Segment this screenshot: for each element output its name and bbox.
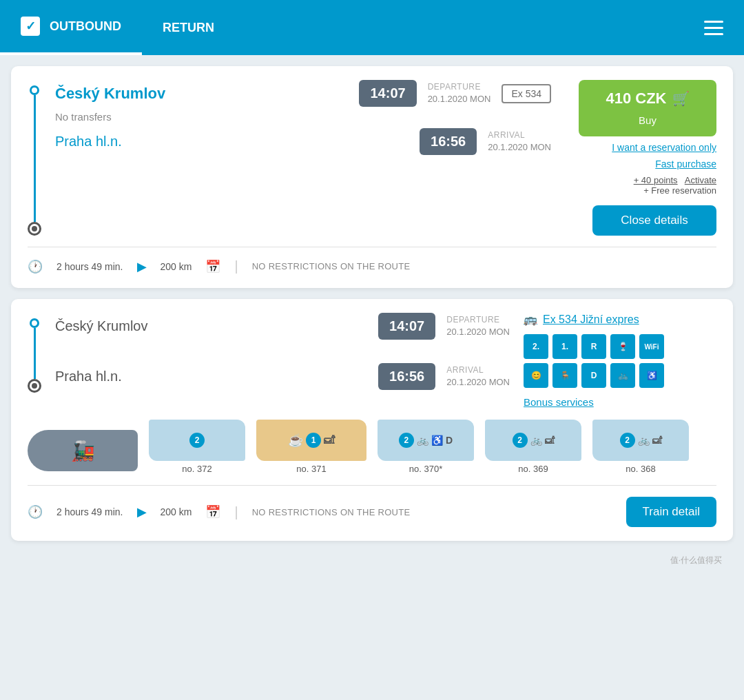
wagon-locomotive: 🚂 xyxy=(28,430,138,474)
amenity-comfort: 😊 xyxy=(524,363,548,388)
points-row: + 40 points Activate xyxy=(634,175,716,185)
train-detail-button[interactable]: Train detail xyxy=(626,497,716,527)
detail-arrival-badge: 16:56 xyxy=(378,363,435,390)
detail-departure-row: Český Krumlov 14:07 DEPARTURE 20.1.2020 … xyxy=(55,313,510,340)
hamburger-line-3 xyxy=(704,33,723,35)
wagon-368-seat: 🛋 xyxy=(652,435,662,446)
hamburger-line-2 xyxy=(704,27,723,29)
outbound-card: Český Krumlov 14:07 DEPARTURE 20.1.2020 … xyxy=(11,66,733,288)
wagon-372-class: 2 xyxy=(189,433,205,448)
route-dot-origin xyxy=(30,85,39,95)
wagon-loco-visual: 🚂 xyxy=(28,430,138,471)
no-transfers-label: No transfers xyxy=(55,111,551,123)
detail-origin-city: Český Krumlov xyxy=(55,318,147,334)
detail-duration: 2 hours 49 min. xyxy=(56,506,123,517)
detail-arr-date: 20.1.2020 MON xyxy=(446,377,510,387)
fast-purchase-link[interactable]: Fast purchase xyxy=(655,158,716,169)
footer-row: 🕐 2 hours 49 min. ▶ 200 km 📅 | NO RESTRI… xyxy=(28,258,716,274)
detail-arr-label: ARRIVAL xyxy=(446,364,510,376)
wagon-371-seat: 🛋 xyxy=(324,434,335,446)
buy-label: Buy xyxy=(639,114,657,127)
free-reservation-text: + Free reservation xyxy=(643,185,716,196)
close-details-button[interactable]: Close details xyxy=(592,205,716,236)
route-line xyxy=(34,95,36,222)
detail-dot-dest xyxy=(28,379,41,393)
nav-spacer xyxy=(235,0,683,55)
points-text[interactable]: + 40 points xyxy=(634,175,678,185)
wagon-369-visual: 2 🚲 🛋 xyxy=(485,420,581,461)
detail-divider xyxy=(28,485,716,486)
wagon-369-class: 2 xyxy=(513,433,528,448)
wagon-371[interactable]: ☕ 1 🛋 no. 371 xyxy=(256,420,366,474)
wagon-368-bike: 🚲 xyxy=(638,435,650,446)
wagon-371-visual: ☕ 1 🛋 xyxy=(256,420,366,461)
wagon-369-seat: 🛋 xyxy=(545,435,555,446)
wagon-370-num: no. 370* xyxy=(409,464,442,474)
departure-label: DEPARTURE xyxy=(428,81,491,93)
amenity-wheelchair: ♿ xyxy=(639,363,664,388)
buy-button[interactable]: 410 CZK 🛒 Buy xyxy=(579,80,716,136)
bonus-services-link[interactable]: Bonus services xyxy=(524,396,594,408)
cart-icon: 🛒 xyxy=(672,90,690,107)
arrow-icon: ▶ xyxy=(137,259,147,274)
arrival-time-badge: 16:56 xyxy=(420,128,477,155)
detail-arrow-icon: ▶ xyxy=(137,504,147,519)
route-dot-dest xyxy=(28,222,41,236)
return-label: RETURN xyxy=(163,21,214,35)
restrictions-text: NO RESTRICTIONS ON THE ROUTE xyxy=(252,261,411,271)
wagon-370-wheel: ♿ xyxy=(431,435,443,446)
price-text: 410 CZK xyxy=(606,90,666,107)
watermark: 值·什么值得买 xyxy=(11,552,733,569)
hamburger-menu[interactable] xyxy=(683,0,744,55)
wagon-368-class: 2 xyxy=(620,433,635,448)
wagon-368[interactable]: 2 🚲 🛋 no. 368 xyxy=(592,420,689,474)
detail-departure-badge: 14:07 xyxy=(378,313,435,340)
wagon-369-bike: 🚲 xyxy=(530,435,542,446)
detail-dot-origin xyxy=(30,318,39,328)
right-panel: 410 CZK 🛒 Buy I want a reservation only … xyxy=(565,80,716,236)
activate-link[interactable]: Activate xyxy=(685,175,716,185)
amenity-1st-class: 1. xyxy=(552,334,577,359)
detail-footer-row: 🕐 2 hours 49 min. ▶ 200 km 📅 | NO RESTRI… xyxy=(28,497,716,527)
detail-arrival-row: Praha hl.n. 16:56 ARRIVAL 20.1.2020 MON xyxy=(55,363,510,390)
outbound-checkbox xyxy=(21,17,40,36)
wagon-368-num: no. 368 xyxy=(626,464,655,474)
main-content: Český Krumlov 14:07 DEPARTURE 20.1.2020 … xyxy=(0,55,744,580)
wagon-371-coffee: ☕ xyxy=(288,433,303,448)
detail-departure-info: DEPARTURE 20.1.2020 MON xyxy=(446,314,510,338)
departure-row: Český Krumlov 14:07 DEPARTURE 20.1.2020 … xyxy=(55,80,551,107)
section-divider xyxy=(28,247,716,247)
wagon-370[interactable]: 2 🚲 ♿ D no. 370* xyxy=(378,420,474,474)
train-name-text: Ex 534 Jižní expres xyxy=(543,313,639,326)
outbound-label: OUTBOUND xyxy=(50,19,121,34)
outbound-tab[interactable]: OUTBOUND xyxy=(0,0,142,55)
wagon-372[interactable]: 2 no. 372 xyxy=(149,420,245,474)
detail-dep-date: 20.1.2020 MON xyxy=(446,327,510,337)
origin-city: Český Krumlov xyxy=(55,85,165,103)
wagon-369-num: no. 369 xyxy=(518,464,548,474)
wagon-372-visual: 2 xyxy=(149,420,245,461)
amenity-d-service: D xyxy=(581,363,606,388)
amenity-bicycle: 🚲 xyxy=(610,363,635,388)
train-name-link[interactable]: 🚌 Ex 534 Jižní expres xyxy=(524,313,716,326)
duration-text: 2 hours 49 min. xyxy=(56,261,123,272)
wagon-370-class: 2 xyxy=(399,433,414,448)
detail-route: Český Krumlov 14:07 DEPARTURE 20.1.2020 … xyxy=(28,313,510,409)
hamburger-icon xyxy=(704,21,723,35)
route-line-column xyxy=(28,80,41,236)
detail-route-info: Český Krumlov 14:07 DEPARTURE 20.1.2020 … xyxy=(55,313,510,393)
wagon-370-bike: 🚲 xyxy=(417,435,428,446)
arrival-label: ARRIVAL xyxy=(488,130,551,141)
wagons-section: 🚂 2 no. 372 ☕ 1 🛋 no. 371 xyxy=(28,420,716,474)
amenity-wifi: WiFi xyxy=(639,334,664,359)
buy-btn-top: 410 CZK 🛒 xyxy=(606,90,689,107)
reservation-only-link[interactable]: I want a reservation only xyxy=(612,142,716,153)
arrival-date: 20.1.2020 MON xyxy=(488,142,551,152)
distance-text: 200 km xyxy=(161,261,192,272)
return-tab[interactable]: RETURN xyxy=(142,0,235,55)
detail-restrictions: NO RESTRICTIONS ON THE ROUTE xyxy=(252,507,411,517)
wagon-369[interactable]: 2 🚲 🛋 no. 369 xyxy=(485,420,581,474)
detail-dep-label: DEPARTURE xyxy=(446,314,510,326)
detail-route-line xyxy=(34,328,36,379)
detail-route-section: Český Krumlov 14:07 DEPARTURE 20.1.2020 … xyxy=(28,313,510,393)
